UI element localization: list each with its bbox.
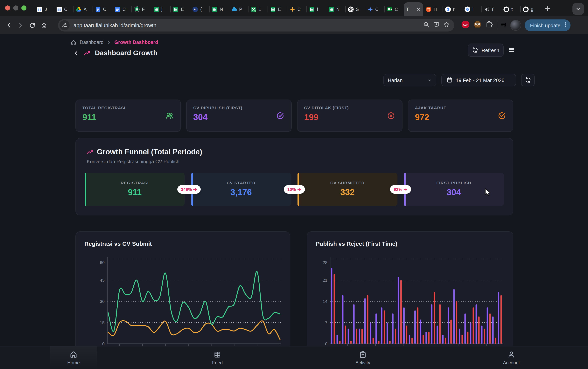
finish-update-button[interactable]: Finish update (525, 20, 570, 31)
svg-text:14: 14 (323, 299, 328, 304)
conversion-value: 92% (394, 187, 402, 192)
funnel-step-cv-submitted: CV SUBMITTED332 (298, 173, 397, 206)
tab-title: l (473, 7, 479, 12)
tab-divider (229, 6, 229, 12)
browser-tab[interactable]: Gl (462, 2, 481, 16)
nav-item-feed[interactable]: Feed (194, 347, 241, 369)
address-bar[interactable]: app.taaruflalunikah.id/admin/growth (58, 19, 454, 31)
tab-divider (170, 6, 171, 12)
arrow-right-icon (403, 187, 408, 192)
back-chevron-icon[interactable] (73, 50, 79, 56)
meet-favicon (387, 6, 393, 12)
browser-tab[interactable]: N (326, 2, 345, 16)
svg-text:G: G (447, 7, 450, 11)
github-favicon (523, 6, 529, 12)
browser-tab[interactable]: N (209, 2, 229, 16)
docs-favicon (114, 6, 121, 12)
browser-tab[interactable]: A (73, 2, 93, 16)
period-select[interactable]: Harian (383, 74, 436, 86)
browser-tab[interactable]: 1 (248, 2, 268, 16)
browser-tab[interactable]: (' (481, 2, 501, 16)
stat-value: 304 (193, 112, 207, 123)
date-range-button[interactable]: 19 Feb - 21 Mar 2026 (441, 74, 516, 86)
url-text[interactable]: app.taaruflalunikah.id/admin/growth (73, 22, 423, 28)
browser-tab[interactable]: g (520, 2, 540, 16)
tab-divider (520, 6, 521, 12)
browser-tab[interactable]: C (93, 2, 112, 16)
tab-title: S (356, 7, 362, 12)
nav-item-activity[interactable]: Activity (340, 347, 386, 369)
sync-button[interactable] (521, 74, 535, 86)
browser-tab[interactable]: E (170, 2, 190, 16)
tab-divider (268, 6, 268, 12)
trend-up-icon (84, 50, 90, 56)
tab-title: E (278, 7, 285, 12)
adblock-extension-icon[interactable]: ABP (461, 20, 470, 30)
nav-item-home[interactable]: Home (50, 347, 97, 369)
nav-item-account[interactable]: Account (488, 347, 535, 369)
sparkle-gold-favicon (289, 6, 296, 12)
browser-tab[interactable]: C (112, 2, 132, 16)
sparkle-blue-favicon (367, 6, 373, 12)
refresh-icon (472, 47, 478, 53)
browser-tab[interactable]: E (268, 2, 287, 16)
site-settings-icon[interactable] (60, 20, 70, 30)
browser-tab[interactable]: P (229, 2, 248, 16)
svg-text:hi: hi (194, 8, 196, 11)
forward-button[interactable] (15, 20, 26, 31)
browser-tab[interactable]: C (54, 2, 73, 16)
breadcrumb-root[interactable]: Dashboard (80, 40, 103, 45)
funnel-step-label: REGISTRASI (85, 180, 185, 185)
stat-card-total-registrasi: TOTAL REGISTRASI911 (75, 100, 181, 132)
breadcrumb-current[interactable]: Growth Dashboard (114, 40, 158, 45)
tab-title: N (220, 7, 226, 12)
browser-tab[interactable]: F (132, 2, 151, 16)
kebab-menu-icon[interactable] (563, 21, 568, 29)
bookmark-star-icon[interactable] (443, 21, 450, 29)
install-app-icon[interactable] (433, 21, 439, 29)
menu-hamburger-icon[interactable] (508, 46, 515, 55)
tab-search-chevron-button[interactable] (572, 3, 584, 15)
refresh-button[interactable]: Refresh (468, 43, 504, 57)
funnel-step-label: FIRST PUBLISH (404, 180, 504, 185)
owl-extension-icon[interactable] (473, 20, 482, 30)
browser-tab[interactable]: J (34, 2, 54, 16)
bottom-nav: HomeFeedActivityAccount (0, 346, 588, 369)
browser-tab[interactable]: t (501, 2, 520, 16)
tab-title: 1 (259, 7, 265, 12)
extensions-puzzle-icon[interactable] (485, 20, 493, 30)
close-tab-icon[interactable] (416, 7, 421, 12)
tab-title: T (406, 7, 414, 12)
page-title: Dashboard Growth (95, 49, 157, 57)
stat-value: 911 (83, 112, 96, 123)
browser-tab[interactable]: C (365, 2, 384, 16)
browser-tab[interactable]: Gr (443, 2, 462, 16)
browser-tab[interactable]: C (384, 2, 404, 16)
browser-tab-active[interactable]: T (404, 2, 423, 16)
zoom-window-button[interactable] (21, 5, 26, 10)
clipboard-icon (359, 350, 367, 358)
svg-text:60: 60 (100, 260, 105, 265)
browser-tab[interactable]: f (306, 2, 326, 16)
svg-text:15: 15 (100, 320, 105, 325)
tab-divider (501, 6, 501, 12)
reload-button[interactable] (26, 20, 38, 31)
google-favicon: G (464, 6, 471, 12)
arrow-right-icon (193, 187, 197, 192)
back-button[interactable] (3, 20, 15, 31)
reading-list-icon[interactable] (501, 21, 507, 29)
home-button[interactable] (38, 20, 50, 31)
zoom-page-icon[interactable] (423, 21, 429, 29)
minimize-window-button[interactable] (13, 5, 18, 10)
browser-tab[interactable]: H (423, 2, 443, 16)
browser-tab[interactable]: C (287, 2, 306, 16)
svg-text:0: 0 (102, 341, 105, 346)
close-window-button[interactable] (5, 5, 10, 10)
browser-tab[interactable]: j (151, 2, 170, 16)
browser-tab[interactable]: S (345, 2, 365, 16)
browser-tab[interactable]: hi( (190, 2, 209, 16)
drive-favicon (75, 6, 82, 12)
sheets-favicon (309, 6, 315, 12)
profile-avatar[interactable] (510, 20, 521, 31)
new-tab-button[interactable] (545, 5, 551, 12)
